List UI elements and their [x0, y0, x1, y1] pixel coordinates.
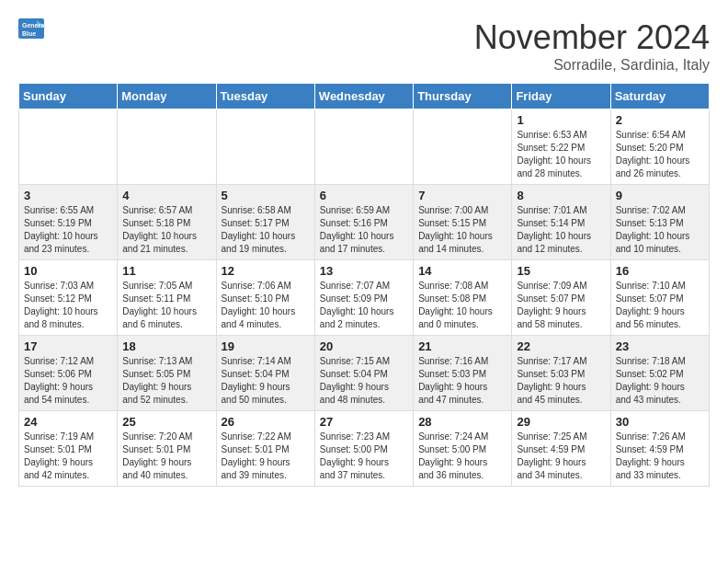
calendar-week-3: 10Sunrise: 7:03 AM Sunset: 5:12 PM Dayli… — [19, 260, 710, 336]
cell-details: Sunrise: 7:07 AM Sunset: 5:09 PM Dayligh… — [320, 280, 408, 331]
cell-details: Sunrise: 7:22 AM Sunset: 5:01 PM Dayligh… — [222, 431, 310, 482]
calendar-cell: 29Sunrise: 7:25 AM Sunset: 4:59 PM Dayli… — [512, 411, 610, 487]
day-number: 5 — [222, 189, 310, 202]
day-number: 23 — [616, 339, 704, 353]
day-number: 3 — [24, 189, 112, 202]
header-row: SundayMondayTuesdayWednesdayThursdayFrid… — [19, 84, 710, 109]
calendar-cell: 9Sunrise: 7:02 AM Sunset: 5:13 PM Daylig… — [610, 185, 709, 260]
calendar-cell: 2Sunrise: 6:54 AM Sunset: 5:20 PM Daylig… — [610, 109, 709, 185]
cell-details: Sunrise: 7:13 AM Sunset: 5:05 PM Dayligh… — [122, 355, 210, 407]
cell-details: Sunrise: 7:08 AM Sunset: 5:08 PM Dayligh… — [418, 280, 506, 331]
cell-details: Sunrise: 7:26 AM Sunset: 4:59 PM Dayligh… — [616, 431, 704, 482]
calendar-cell: 18Sunrise: 7:13 AM Sunset: 5:05 PM Dayli… — [118, 336, 216, 411]
day-number: 26 — [222, 415, 310, 429]
cell-details: Sunrise: 7:02 AM Sunset: 5:13 PM Dayligh… — [616, 204, 704, 256]
calendar-cell: 7Sunrise: 7:00 AM Sunset: 5:15 PM Daylig… — [414, 185, 512, 260]
day-number: 7 — [418, 189, 506, 202]
cell-details: Sunrise: 7:03 AM Sunset: 5:12 PM Dayligh… — [24, 280, 112, 331]
day-number: 16 — [616, 264, 704, 278]
day-header-monday: Monday — [118, 84, 216, 109]
title-block: November 2024 Sorradile, Sardinia, Italy — [474, 18, 710, 74]
calendar-cell: 6Sunrise: 6:59 AM Sunset: 5:16 PM Daylig… — [314, 185, 413, 260]
calendar-week-2: 3Sunrise: 6:55 AM Sunset: 5:19 PM Daylig… — [19, 185, 710, 260]
day-number: 19 — [222, 339, 310, 353]
calendar-cell: 24Sunrise: 7:19 AM Sunset: 5:01 PM Dayli… — [19, 411, 118, 487]
cell-details: Sunrise: 7:18 AM Sunset: 5:02 PM Dayligh… — [616, 355, 704, 407]
cell-details: Sunrise: 7:15 AM Sunset: 5:04 PM Dayligh… — [320, 355, 408, 407]
day-header-friday: Friday — [512, 84, 610, 109]
calendar-cell: 14Sunrise: 7:08 AM Sunset: 5:08 PM Dayli… — [414, 260, 512, 336]
logo-icon: General Blue — [18, 18, 46, 40]
cell-details: Sunrise: 7:12 AM Sunset: 5:06 PM Dayligh… — [24, 355, 112, 407]
calendar-cell: 11Sunrise: 7:05 AM Sunset: 5:11 PM Dayli… — [118, 260, 216, 336]
svg-text:General: General — [22, 22, 46, 29]
calendar-cell: 17Sunrise: 7:12 AM Sunset: 5:06 PM Dayli… — [19, 336, 118, 411]
calendar-cell: 19Sunrise: 7:14 AM Sunset: 5:04 PM Dayli… — [216, 336, 314, 411]
day-number: 22 — [517, 339, 605, 353]
calendar-body: 1Sunrise: 6:53 AM Sunset: 5:22 PM Daylig… — [19, 109, 710, 487]
calendar-cell — [414, 109, 512, 185]
location-subtitle: Sorradile, Sardinia, Italy — [474, 57, 710, 74]
cell-details: Sunrise: 7:10 AM Sunset: 5:07 PM Dayligh… — [616, 280, 704, 331]
cell-details: Sunrise: 7:16 AM Sunset: 5:03 PM Dayligh… — [418, 355, 506, 407]
calendar-table: SundayMondayTuesdayWednesdayThursdayFrid… — [18, 83, 710, 487]
cell-details: Sunrise: 7:09 AM Sunset: 5:07 PM Dayligh… — [517, 280, 605, 331]
day-number: 14 — [418, 264, 506, 278]
cell-details: Sunrise: 7:25 AM Sunset: 4:59 PM Dayligh… — [517, 431, 605, 482]
day-header-wednesday: Wednesday — [314, 84, 413, 109]
cell-details: Sunrise: 7:00 AM Sunset: 5:15 PM Dayligh… — [418, 204, 506, 256]
calendar-cell: 10Sunrise: 7:03 AM Sunset: 5:12 PM Dayli… — [19, 260, 118, 336]
cell-details: Sunrise: 7:20 AM Sunset: 5:01 PM Dayligh… — [122, 431, 210, 482]
day-number: 29 — [517, 415, 605, 429]
day-number: 12 — [222, 264, 310, 278]
calendar-cell — [216, 109, 314, 185]
calendar-cell: 3Sunrise: 6:55 AM Sunset: 5:19 PM Daylig… — [19, 185, 118, 260]
day-number: 25 — [122, 415, 210, 429]
day-number: 11 — [122, 264, 210, 278]
cell-details: Sunrise: 6:55 AM Sunset: 5:19 PM Dayligh… — [24, 204, 112, 256]
cell-details: Sunrise: 6:58 AM Sunset: 5:17 PM Dayligh… — [222, 204, 310, 256]
cell-details: Sunrise: 7:24 AM Sunset: 5:00 PM Dayligh… — [418, 431, 506, 482]
day-number: 27 — [320, 415, 408, 429]
day-number: 4 — [122, 189, 210, 202]
calendar-cell: 1Sunrise: 6:53 AM Sunset: 5:22 PM Daylig… — [512, 109, 610, 185]
calendar-cell — [314, 109, 413, 185]
day-number: 24 — [24, 415, 112, 429]
day-number: 30 — [616, 415, 704, 429]
calendar-week-1: 1Sunrise: 6:53 AM Sunset: 5:22 PM Daylig… — [19, 109, 710, 185]
cell-details: Sunrise: 6:53 AM Sunset: 5:22 PM Dayligh… — [517, 129, 605, 180]
calendar-week-4: 17Sunrise: 7:12 AM Sunset: 5:06 PM Dayli… — [19, 336, 710, 411]
day-number: 9 — [616, 189, 704, 202]
day-number: 18 — [122, 339, 210, 353]
cell-details: Sunrise: 6:54 AM Sunset: 5:20 PM Dayligh… — [616, 129, 704, 180]
cell-details: Sunrise: 6:57 AM Sunset: 5:18 PM Dayligh… — [122, 204, 210, 256]
day-number: 17 — [24, 339, 112, 353]
day-header-saturday: Saturday — [610, 84, 709, 109]
cell-details: Sunrise: 6:59 AM Sunset: 5:16 PM Dayligh… — [320, 204, 408, 256]
calendar-cell: 21Sunrise: 7:16 AM Sunset: 5:03 PM Dayli… — [414, 336, 512, 411]
calendar-cell: 12Sunrise: 7:06 AM Sunset: 5:10 PM Dayli… — [216, 260, 314, 336]
day-number: 10 — [24, 264, 112, 278]
day-number: 13 — [320, 264, 408, 278]
day-number: 21 — [418, 339, 506, 353]
day-number: 20 — [320, 339, 408, 353]
calendar-cell: 23Sunrise: 7:18 AM Sunset: 5:02 PM Dayli… — [610, 336, 709, 411]
calendar-week-5: 24Sunrise: 7:19 AM Sunset: 5:01 PM Dayli… — [19, 411, 710, 487]
svg-text:Blue: Blue — [22, 30, 36, 37]
day-number: 15 — [517, 264, 605, 278]
calendar-cell: 28Sunrise: 7:24 AM Sunset: 5:00 PM Dayli… — [414, 411, 512, 487]
cell-details: Sunrise: 7:01 AM Sunset: 5:14 PM Dayligh… — [517, 204, 605, 256]
day-number: 1 — [517, 113, 605, 127]
calendar-cell: 5Sunrise: 6:58 AM Sunset: 5:17 PM Daylig… — [216, 185, 314, 260]
calendar-cell — [118, 109, 216, 185]
day-number: 2 — [616, 113, 704, 127]
cell-details: Sunrise: 7:23 AM Sunset: 5:00 PM Dayligh… — [320, 431, 408, 482]
calendar-cell: 20Sunrise: 7:15 AM Sunset: 5:04 PM Dayli… — [314, 336, 413, 411]
cell-details: Sunrise: 7:06 AM Sunset: 5:10 PM Dayligh… — [222, 280, 310, 331]
logo: General Blue — [18, 18, 46, 40]
month-title: November 2024 — [474, 18, 710, 57]
day-header-thursday: Thursday — [414, 84, 512, 109]
cell-details: Sunrise: 7:05 AM Sunset: 5:11 PM Dayligh… — [122, 280, 210, 331]
day-number: 8 — [517, 189, 605, 202]
cell-details: Sunrise: 7:19 AM Sunset: 5:01 PM Dayligh… — [24, 431, 112, 482]
